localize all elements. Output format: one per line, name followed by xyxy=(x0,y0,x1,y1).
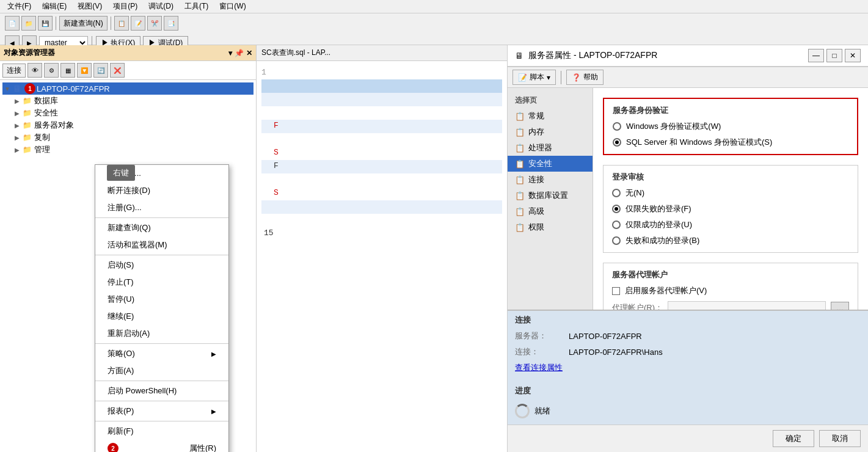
toolbar-new-query-btn[interactable]: 新建查询(N) xyxy=(59,16,108,31)
conn-conn-label: 连接： xyxy=(515,346,564,357)
audit-success[interactable]: 仅限成功的登录(U) xyxy=(612,219,849,230)
tree-item-security[interactable]: ▶ 📁 安全性 xyxy=(12,107,253,119)
toggle-db[interactable]: ▶ xyxy=(12,98,22,104)
ctx-continue[interactable]: 继续(E) xyxy=(95,308,228,325)
toolbar-save-btn[interactable]: 💾 xyxy=(38,16,53,31)
toolbar-btn5[interactable]: ✂️ xyxy=(147,16,162,31)
explorer-btn3[interactable]: ▦ xyxy=(60,63,75,78)
nav-advanced[interactable]: 📋 高级 xyxy=(508,203,593,219)
close-icon[interactable]: ✕ xyxy=(246,49,252,57)
radio-windows[interactable] xyxy=(613,122,621,131)
toggle-serverobj[interactable]: ▶ xyxy=(12,122,22,129)
tree-item-db[interactable]: ▶ 📁 数据库 xyxy=(12,95,253,107)
toolbar-btn6[interactable]: 📑 xyxy=(164,16,178,31)
maximize-btn[interactable]: □ xyxy=(826,49,842,62)
ctx-reports[interactable]: 报表(P) ▶ xyxy=(95,403,228,420)
props-main: 服务器身份验证 Windows 身份验证模式(W) SQL Server 和 W… xyxy=(593,88,868,310)
editor-content[interactable]: 1 F S F S xyxy=(257,61,507,452)
toolbar-btn3[interactable]: 📋 xyxy=(114,16,129,31)
ctx-policy[interactable]: 策略(O) ▶ xyxy=(95,345,228,362)
cancel-button[interactable]: 取消 xyxy=(819,430,861,447)
ctx-properties[interactable]: 2 属性(R) xyxy=(95,440,228,452)
ctx-start[interactable]: 启动(S) xyxy=(95,257,228,274)
ctx-activity[interactable]: 活动和监视器(M) xyxy=(95,236,228,253)
proxy-enable-item[interactable]: 启用服务器代理帐户(V) xyxy=(612,285,849,296)
tree-item-management[interactable]: ▶ 📁 管理 xyxy=(12,144,253,156)
radio-both[interactable] xyxy=(612,236,621,245)
label-security: 安全性 xyxy=(34,108,58,118)
radio-failed[interactable] xyxy=(612,205,621,213)
nav-permissions[interactable]: 📋 权限 xyxy=(508,219,593,235)
ctx-pause[interactable]: 暂停(U) xyxy=(95,291,228,308)
ctx-register[interactable]: 注册(G)... xyxy=(95,199,228,216)
ctx-stop[interactable]: 停止(T) xyxy=(95,274,228,291)
ok-button[interactable]: 确定 xyxy=(773,430,814,447)
toggle-management[interactable]: ▶ xyxy=(12,147,22,153)
explorer-btn5[interactable]: 🔄 xyxy=(93,63,108,78)
nav-icon-conn: 📋 xyxy=(515,175,525,184)
proxy-account-label: 代理帐户(R)： xyxy=(612,302,663,310)
auth-option-sqlserver[interactable]: SQL Server 和 Windows 身份验证模式(S) xyxy=(613,137,848,148)
nav-label-dbsettings: 数据库设置 xyxy=(528,190,568,201)
explorer-btn6[interactable]: ❌ xyxy=(110,63,125,78)
nav-general[interactable]: 📋 常规 xyxy=(508,108,593,124)
radio-sqlserver[interactable] xyxy=(613,138,621,147)
toggle-security[interactable]: ▶ xyxy=(12,110,22,117)
explorer-btn4[interactable]: 🔽 xyxy=(77,63,92,78)
close-btn[interactable]: ✕ xyxy=(845,49,861,62)
line12 xyxy=(261,214,502,227)
toggle-replication[interactable]: ▶ xyxy=(12,134,22,141)
audit-failed[interactable]: 仅限失败的登录(F) xyxy=(612,203,849,214)
help-btn[interactable]: ❓ 帮助 xyxy=(566,70,604,85)
sep2 xyxy=(111,16,111,30)
view-conn-link[interactable]: 查看连接属性 xyxy=(515,362,563,373)
proxy-enable-checkbox[interactable] xyxy=(612,287,620,295)
editor-tab[interactable]: SC表查询.sql - LAP... xyxy=(257,45,507,61)
tree-toggle-server[interactable]: ▼ xyxy=(2,86,12,92)
tree-item-replication[interactable]: ▶ 📁 复制 xyxy=(12,131,253,144)
panel-title: 对象资源管理器 xyxy=(4,48,228,58)
connect-btn[interactable]: 连接 xyxy=(2,64,26,78)
audit-none[interactable]: 无(N) xyxy=(612,188,849,199)
ctx-restart[interactable]: 重新启动(A) xyxy=(95,325,228,342)
explorer-btn1[interactable]: 👁 xyxy=(27,63,42,78)
menu-project[interactable]: 项目(P) xyxy=(108,0,142,13)
menu-edit[interactable]: 编辑(E) xyxy=(37,0,71,13)
menu-file[interactable]: 文件(F) xyxy=(2,0,36,13)
script-btn[interactable]: 📝 脚本 ▾ xyxy=(512,70,556,85)
radio-success[interactable] xyxy=(612,221,621,229)
auth-title: 服务器身份验证 xyxy=(613,105,848,116)
audit-both[interactable]: 失败和成功的登录(B) xyxy=(612,235,849,246)
ctx-disconnect[interactable]: 断开连接(D) xyxy=(95,182,228,199)
radio-failed-label: 仅限失败的登录(F) xyxy=(625,203,691,214)
toolbar-open-btn[interactable]: 📁 xyxy=(21,16,36,31)
minimize-btn[interactable]: — xyxy=(808,49,824,62)
ctx-facets[interactable]: 方面(A) xyxy=(95,362,228,379)
toolbar-new-btn[interactable]: 📄 xyxy=(5,16,20,31)
menu-window[interactable]: 窗口(W) xyxy=(214,0,250,13)
tree-item-serverobj[interactable]: ▶ 📁 服务器对象 xyxy=(12,119,253,131)
nav-security[interactable]: 📋 安全性 xyxy=(508,156,593,172)
auth-option-windows[interactable]: Windows 身份验证模式(W) xyxy=(613,121,848,132)
nav-icon-processor: 📋 xyxy=(515,144,525,153)
line3 xyxy=(261,93,502,106)
conn-view-row: 查看连接属性 xyxy=(515,362,861,373)
nav-label-permissions: 权限 xyxy=(528,222,544,233)
ctx-refresh[interactable]: 刷新(F) xyxy=(95,423,228,440)
nav-dbsettings[interactable]: 📋 数据库设置 xyxy=(508,188,593,203)
menu-view[interactable]: 视图(V) xyxy=(73,0,107,13)
ctx-newquery[interactable]: 新建查询(Q) xyxy=(95,219,228,236)
sep1 xyxy=(56,16,56,30)
toolbar-btn4[interactable]: 📝 xyxy=(131,16,145,31)
menu-debug[interactable]: 调试(D) xyxy=(144,0,178,13)
auth-section: 服务器身份验证 Windows 身份验证模式(W) SQL Server 和 W… xyxy=(603,98,858,155)
ctx-powershell[interactable]: 启动 PowerShell(H) xyxy=(95,382,228,399)
radio-none[interactable] xyxy=(612,189,621,197)
server-node[interactable]: ▼ 🖥 1 LAPTOP-0F72AFPR xyxy=(2,82,253,95)
conn-conn-value: LAPTOP-0F72AFPR\Hans xyxy=(569,348,663,357)
menu-tools[interactable]: 工具(T) xyxy=(180,0,213,13)
nav-connection[interactable]: 📋 连接 xyxy=(508,172,593,188)
nav-processor[interactable]: 📋 处理器 xyxy=(508,140,593,156)
nav-memory[interactable]: 📋 内存 xyxy=(508,124,593,140)
explorer-btn2[interactable]: ⚙ xyxy=(44,63,59,78)
